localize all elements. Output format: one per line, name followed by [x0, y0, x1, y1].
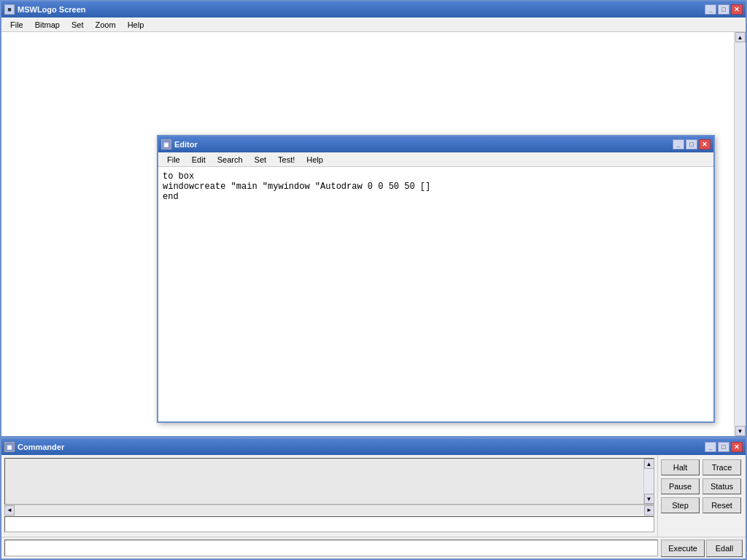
outer-titlebar: ■ MSWLogo Screen _ □ ✕	[1, 1, 746, 18]
commander-output-scrollbar: ▲ ▼	[643, 459, 654, 504]
commander-maximize-btn[interactable]: □	[718, 442, 729, 452]
trace-button[interactable]: Trace	[703, 459, 741, 475]
editor-window: ▣ Editor _ □ ✕ File Edit Search Set Test…	[157, 135, 715, 423]
pause-button[interactable]: Pause	[661, 478, 700, 494]
editor-title-text: Editor	[174, 140, 198, 149]
editor-menu-edit[interactable]: Edit	[186, 154, 212, 166]
halt-button[interactable]: Halt	[661, 459, 700, 475]
scroll-track[interactable]	[735, 42, 746, 426]
editor-minimize-btn[interactable]: _	[673, 139, 684, 149]
outer-close-btn[interactable]: ✕	[731, 4, 743, 15]
commander-output-area[interactable]: ▲ ▼	[4, 458, 654, 505]
hscroll-track[interactable]	[15, 505, 644, 515]
menu-set[interactable]: Set	[66, 19, 90, 31]
menu-file[interactable]: File	[4, 19, 29, 31]
scroll-up-btn[interactable]: ▲	[735, 32, 746, 42]
editor-menu-search[interactable]: Search	[212, 154, 249, 166]
commander-window-controls: _ □ ✕	[705, 442, 743, 452]
editor-titlebar: ▣ Editor _ □ ✕	[158, 136, 713, 152]
commander-bottom-row: Execute Edall	[1, 537, 746, 559]
execute-button[interactable]: Execute	[661, 540, 705, 557]
editor-title-icon: ▣	[161, 139, 171, 149]
commander-body: ▲ ▼ ◄ ► Halt Trace Pause Status	[1, 455, 746, 537]
editor-menu-file[interactable]: File	[161, 154, 186, 166]
editor-menu-test[interactable]: Test!	[272, 154, 301, 166]
commander-minimize-btn[interactable]: _	[705, 442, 716, 452]
commander-input-field[interactable]	[4, 516, 654, 532]
commander-left-panel: ▲ ▼ ◄ ►	[1, 455, 658, 537]
output-scroll-down[interactable]: ▼	[644, 494, 654, 504]
canvas-scrollbar: ▲ ▼	[734, 32, 746, 436]
commander-window: ▣ Commander _ □ ✕ ▲ ▼ ◄ ►	[0, 438, 747, 560]
editor-menu-set[interactable]: Set	[249, 154, 273, 166]
scroll-down-btn[interactable]: ▼	[735, 426, 746, 436]
editor-window-controls: _ □ ✕	[673, 139, 711, 149]
reset-button[interactable]: Reset	[703, 497, 741, 513]
editor-menu-help[interactable]: Help	[301, 154, 329, 166]
editor-code-area[interactable]: to box windowcreate "main "mywindow "Aut…	[158, 167, 713, 421]
commander-input-row	[4, 516, 654, 534]
menu-bitmap[interactable]: Bitmap	[29, 19, 66, 31]
step-button[interactable]: Step	[661, 497, 700, 513]
outer-title-text: MSWLogo Screen	[18, 5, 86, 14]
execute-input-field[interactable]	[4, 540, 658, 556]
outer-menubar: File Bitmap Set Zoom Help	[1, 18, 746, 32]
status-button[interactable]: Status	[703, 478, 741, 494]
commander-titlebar: ▣ Commander _ □ ✕	[1, 439, 746, 455]
editor-menubar: File Edit Search Set Test! Help	[158, 152, 713, 167]
commander-title-icon: ▣	[4, 442, 15, 452]
hscroll-right-btn[interactable]: ►	[644, 505, 654, 516]
output-scroll-up[interactable]: ▲	[644, 459, 654, 469]
cmd-btn-row-1: Halt Trace	[661, 459, 741, 475]
editor-maximize-btn[interactable]: □	[686, 139, 697, 149]
outer-window-controls: _ □ ✕	[705, 4, 743, 15]
outer-minimize-btn[interactable]: _	[705, 4, 716, 15]
edall-button[interactable]: Edall	[706, 540, 743, 557]
commander-right-panel: Halt Trace Pause Status Step Reset	[658, 455, 746, 537]
menu-help[interactable]: Help	[122, 19, 150, 31]
menu-zoom[interactable]: Zoom	[90, 19, 122, 31]
hscroll-left-btn[interactable]: ◄	[4, 505, 15, 516]
commander-hscroll: ◄ ►	[4, 505, 654, 515]
cmd-btn-row-3: Step Reset	[661, 497, 741, 513]
cmd-btn-row-2: Pause Status	[661, 478, 741, 494]
commander-close-btn[interactable]: ✕	[731, 442, 743, 452]
commander-title-text: Commander	[18, 443, 64, 451]
outer-maximize-btn[interactable]: □	[718, 4, 729, 15]
output-scroll-track[interactable]	[644, 469, 654, 494]
editor-close-btn[interactable]: ✕	[699, 139, 711, 149]
outer-title-icon: ■	[4, 4, 15, 15]
